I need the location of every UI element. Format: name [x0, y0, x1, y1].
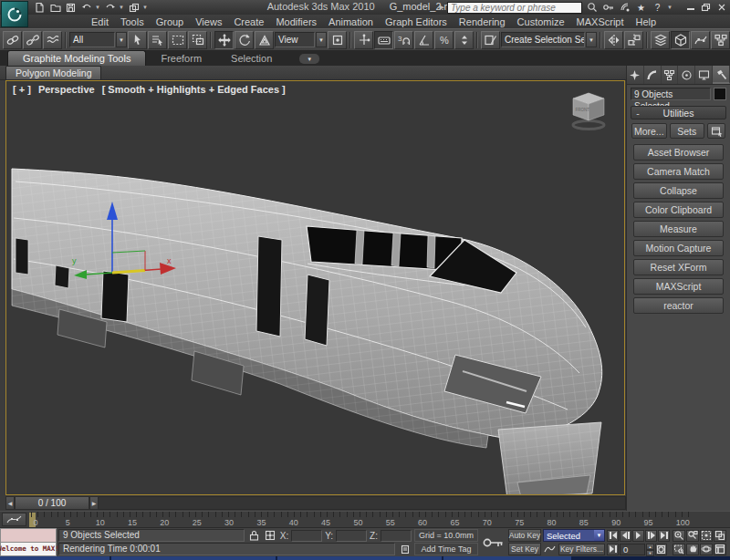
angle-snap-toggle-icon[interactable]: [414, 31, 433, 49]
search-icon[interactable]: [585, 2, 599, 14]
key-mode-toggle-button[interactable]: [607, 544, 619, 555]
utilities-tab-icon[interactable]: [713, 66, 730, 84]
menu-item[interactable]: Group: [156, 16, 184, 27]
viewport-nav-menu[interactable]: [ + ]: [13, 84, 31, 95]
utility-button[interactable]: Measure: [633, 221, 724, 237]
selection-filter-dropdown[interactable]: All: [69, 32, 115, 47]
set-keys-button[interactable]: [480, 528, 507, 556]
menu-item[interactable]: Create: [234, 16, 264, 27]
y-coordinate-field[interactable]: [336, 530, 367, 542]
keyword-search-input[interactable]: [447, 2, 582, 14]
utility-sets-button[interactable]: Sets: [670, 123, 705, 139]
select-and-scale-icon[interactable]: [255, 31, 274, 49]
menu-item[interactable]: Tools: [120, 16, 144, 27]
x-coordinate-field[interactable]: [291, 530, 322, 542]
perspective-viewport[interactable]: [ + ] Perspective [ Smooth + Highlights …: [5, 80, 625, 495]
menu-item[interactable]: Edit: [91, 16, 109, 27]
more-utilities-button[interactable]: More...: [631, 123, 667, 139]
select-object-icon[interactable]: [128, 31, 147, 49]
communication-center-icon[interactable]: [618, 2, 631, 14]
select-and-rotate-icon[interactable]: [235, 31, 254, 49]
keyboard-shortcut-override-icon[interactable]: [374, 31, 393, 49]
listener-field[interactable]: Welcome to MAX!: [0, 543, 57, 556]
object-color-swatch[interactable]: [714, 88, 726, 100]
frame-spinner[interactable]: ▲ ▼: [646, 544, 654, 555]
menu-item[interactable]: Customize: [517, 16, 565, 27]
viewport-canvas[interactable]: x y: [6, 81, 624, 494]
edit-named-selection-sets-icon[interactable]: [481, 31, 500, 49]
utility-button[interactable]: reactor: [633, 297, 724, 314]
unlink-selection-icon[interactable]: [23, 31, 42, 49]
viewport-shading-menu[interactable]: [ Smooth + Highlights + Edged Faces ]: [102, 84, 286, 95]
menu-item[interactable]: Help: [636, 16, 657, 27]
utility-button[interactable]: Camera Match: [633, 163, 724, 180]
spinner-up-icon[interactable]: ▲: [646, 544, 654, 550]
next-frame-button[interactable]: [645, 530, 657, 542]
help-icon[interactable]: ?: [651, 2, 664, 14]
selection-filter-arrow-icon[interactable]: ▼: [116, 32, 127, 47]
select-and-move-icon[interactable]: [214, 31, 234, 49]
track-bar[interactable]: 0510152025303540455055606570758085909510…: [0, 511, 730, 527]
curve-editor-icon[interactable]: [691, 31, 710, 49]
previous-frame-button[interactable]: [620, 530, 631, 542]
macro-recorder-field[interactable]: [0, 528, 57, 543]
add-time-tag-button[interactable]: Add Time Tag: [414, 543, 478, 555]
selection-sets-arrow-icon[interactable]: ▼: [586, 32, 597, 47]
use-pivot-point-center-icon[interactable]: [328, 31, 347, 49]
align-icon[interactable]: [624, 31, 643, 49]
selection-dropdown-arrow-icon[interactable]: ▼: [594, 530, 604, 541]
utilities-rollout-header[interactable]: - Utilities: [631, 106, 726, 119]
reference-coordinate-system-dropdown[interactable]: View: [275, 32, 315, 47]
ribbon-collapse-icon[interactable]: ▼: [299, 54, 319, 64]
mirror-icon[interactable]: [604, 31, 623, 49]
time-configuration-button[interactable]: [655, 544, 667, 555]
orbit-icon[interactable]: [700, 544, 713, 555]
select-and-manipulate-icon[interactable]: [354, 31, 373, 49]
named-selection-sets-dropdown[interactable]: Create Selection Se: [501, 32, 585, 47]
tab-polygon-modeling[interactable]: Polygon Modeling: [5, 66, 101, 79]
zoom-extents-all-icon[interactable]: [714, 530, 726, 542]
minimize-button[interactable]: [684, 2, 696, 12]
favorites-star-icon[interactable]: ★: [634, 2, 648, 14]
maximize-viewport-toggle-icon[interactable]: [714, 544, 726, 555]
rollout-collapse-icon[interactable]: -: [631, 108, 644, 119]
utility-button[interactable]: Motion Capture: [633, 240, 724, 256]
time-tag-icon[interactable]: [398, 543, 412, 555]
default-in-out-tangents-icon[interactable]: [543, 543, 557, 555]
utility-button[interactable]: MAXScript: [633, 278, 724, 295]
configure-button-sets-icon[interactable]: [707, 123, 725, 139]
menu-item[interactable]: Animation: [328, 16, 373, 27]
rectangular-selection-region-icon[interactable]: [168, 31, 187, 49]
tab-graphite-modeling-tools[interactable]: Graphite Modeling Tools: [7, 50, 146, 66]
spinner-snap-toggle-icon[interactable]: [454, 31, 474, 49]
go-to-end-button[interactable]: [658, 530, 670, 542]
application-menu-button[interactable]: [1, 1, 28, 27]
menu-item[interactable]: MAXScript: [577, 16, 624, 27]
pan-hand-icon[interactable]: [686, 544, 699, 555]
selection-lock-icon[interactable]: [247, 529, 261, 542]
utility-button[interactable]: Asset Browser: [633, 144, 724, 161]
utility-button[interactable]: Collapse: [633, 182, 724, 199]
key-filters-button[interactable]: Key Filters...: [558, 544, 605, 555]
time-slider-track[interactable]: [99, 496, 626, 510]
create-tab-icon[interactable]: [627, 66, 644, 84]
previous-frame-arrow-icon[interactable]: ◀: [5, 496, 15, 510]
restore-button[interactable]: [700, 2, 712, 12]
graphite-modeling-tools-toggle-icon[interactable]: [671, 31, 690, 49]
utility-button[interactable]: Reset XForm: [633, 259, 724, 275]
absolute-offset-mode-icon[interactable]: [264, 529, 277, 542]
snaps-toggle-3d-icon[interactable]: 3: [394, 31, 413, 49]
coordinate-system-arrow-icon[interactable]: ▼: [316, 32, 327, 47]
infocenter-expand-icon[interactable]: ▶: [440, 4, 444, 11]
display-tab-icon[interactable]: [695, 66, 713, 84]
select-and-link-icon[interactable]: [3, 31, 22, 49]
go-to-start-button[interactable]: [607, 530, 619, 542]
tab-selection[interactable]: Selection: [216, 51, 287, 66]
time-slider-handle[interactable]: 0 / 100: [15, 496, 89, 510]
maxscript-mini-listener[interactable]: Welcome to MAX!: [0, 528, 57, 556]
hierarchy-tab-icon[interactable]: [662, 66, 679, 84]
zoom-all-icon[interactable]: [686, 530, 699, 542]
z-coordinate-field[interactable]: [381, 530, 412, 542]
train-model[interactable]: [12, 169, 602, 494]
close-button[interactable]: [715, 2, 727, 12]
